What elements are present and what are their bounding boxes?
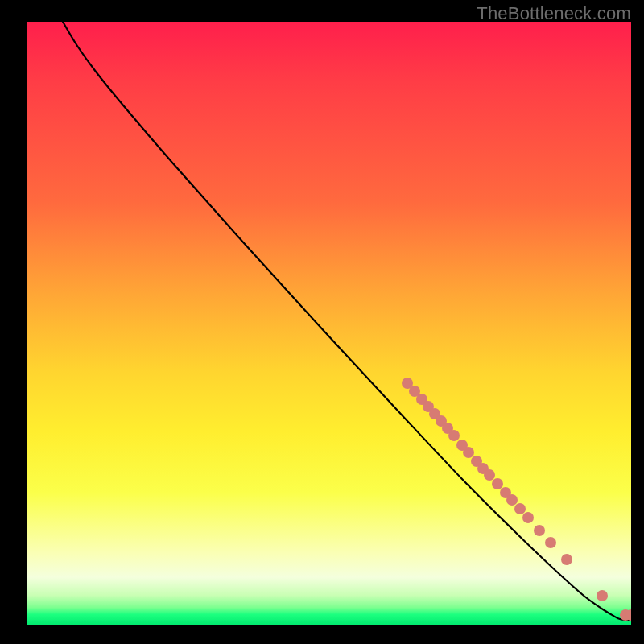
chart-background-gradient: [27, 22, 631, 625]
chart-plot-area: [27, 22, 631, 625]
